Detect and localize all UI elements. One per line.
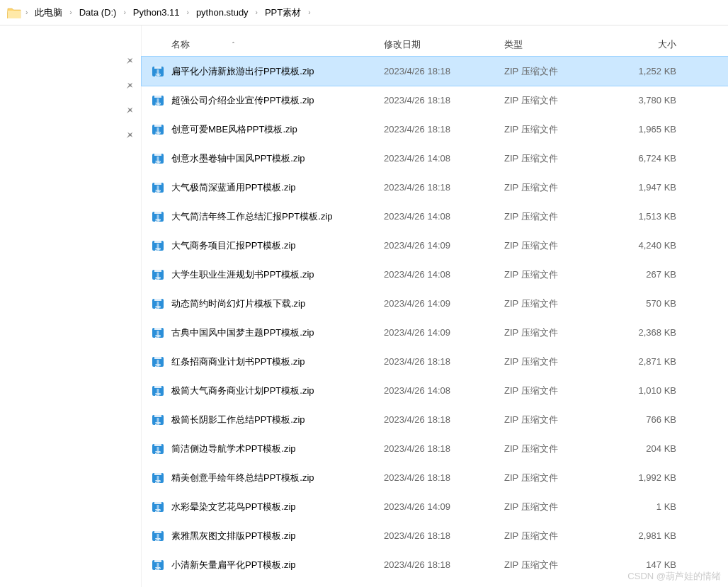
file-size: 1 KB xyxy=(610,501,685,512)
file-type: ZIP 压缩文件 xyxy=(504,210,610,223)
file-row[interactable]: ZIP古典中国风中国梦主题PPT模板.zip2023/4/26 14:09ZIP… xyxy=(142,318,728,347)
header-date[interactable]: 修改日期 xyxy=(384,38,504,51)
header-name[interactable]: 名称 ˆ xyxy=(171,38,384,51)
pin-icon[interactable] xyxy=(0,106,141,131)
file-size: 1,010 KB xyxy=(610,385,685,396)
file-row[interactable]: ZIP小清新矢量扁平化PPT模板.zip2023/4/26 18:18ZIP 压… xyxy=(142,550,728,579)
crumb-1[interactable]: Data (D:) xyxy=(76,6,120,19)
pin-icon[interactable] xyxy=(0,81,141,106)
zip-file-icon: ZIP xyxy=(152,355,164,368)
file-name: 超强公司介绍企业宣传PPT模板.zip xyxy=(171,94,384,107)
file-size: 6,724 KB xyxy=(610,153,685,164)
file-type: ZIP 压缩文件 xyxy=(504,559,610,571)
file-row[interactable]: ZIP红条招商商业计划书PPT模板.zip2023/4/26 18:18ZIP … xyxy=(142,347,728,376)
file-name: 大气极简深蓝通用PPT模板.zip xyxy=(171,181,384,194)
svg-text:ZIP: ZIP xyxy=(155,159,161,164)
file-date: 2023/4/26 18:18 xyxy=(384,559,504,570)
svg-text:ZIP: ZIP xyxy=(155,566,161,570)
file-row[interactable]: ZIP大气商务项目汇报PPT模板.zip2023/4/26 14:09ZIP 压… xyxy=(142,231,728,260)
file-row[interactable]: ZIP创意可爱MBE风格PPT模板.zip2023/4/26 18:18ZIP … xyxy=(142,115,728,144)
file-name: 红条招商商业计划书PPT模板.zip xyxy=(171,355,384,368)
file-date: 2023/4/26 18:18 xyxy=(384,472,504,483)
crumb-3[interactable]: python.study xyxy=(193,6,251,19)
file-type: ZIP 压缩文件 xyxy=(504,181,610,194)
chevron-right-icon[interactable]: › xyxy=(123,8,125,16)
file-type: ZIP 压缩文件 xyxy=(504,326,610,339)
zip-file-icon: ZIP xyxy=(152,268,164,281)
chevron-right-icon[interactable]: › xyxy=(308,8,310,16)
pin-icon[interactable] xyxy=(0,131,141,156)
file-row[interactable]: ZIP素雅黑灰图文排版PPT模板.zip2023/4/26 18:18ZIP 压… xyxy=(142,521,728,550)
file-row[interactable]: ZIP超强公司介绍企业宣传PPT模板.zip2023/4/26 18:18ZIP… xyxy=(142,86,728,115)
chevron-right-icon[interactable]: › xyxy=(187,8,189,16)
file-row[interactable]: ZIP大气极简深蓝通用PPT模板.zip2023/4/26 18:18ZIP 压… xyxy=(142,173,728,202)
file-name: 极简大气商务商业计划PPT模板.zip xyxy=(171,384,384,397)
file-name: 精美创意手绘年终总结PPT模板.zip xyxy=(171,472,384,484)
file-row[interactable]: ZIP扁平化小清新旅游出行PPT模板.zip2023/4/26 18:18ZIP… xyxy=(142,57,728,86)
zip-file-icon: ZIP xyxy=(152,472,164,484)
file-row[interactable]: ZIP动态简约时尚幻灯片模板下载.zip2023/4/26 14:09ZIP 压… xyxy=(142,289,728,318)
file-type: ZIP 压缩文件 xyxy=(504,239,610,252)
svg-text:ZIP: ZIP xyxy=(155,246,161,251)
breadcrumb[interactable]: › 此电脑 › Data (D:) › Python3.11 › python.… xyxy=(0,0,728,25)
file-date: 2023/4/26 18:18 xyxy=(384,124,504,135)
pin-icon[interactable] xyxy=(0,57,141,81)
sort-indicator-icon: ˆ xyxy=(232,41,234,48)
svg-text:ZIP: ZIP xyxy=(155,450,161,454)
file-date: 2023/4/26 14:09 xyxy=(384,327,504,338)
file-row[interactable]: ZIP极简大气商务商业计划PPT模板.zip2023/4/26 14:08ZIP… xyxy=(142,376,728,405)
file-size: 3,780 KB xyxy=(610,95,685,106)
svg-text:ZIP: ZIP xyxy=(155,304,161,309)
file-type: ZIP 压缩文件 xyxy=(504,94,610,107)
zip-file-icon: ZIP xyxy=(152,326,164,339)
header-size[interactable]: 大小 xyxy=(610,38,685,51)
file-type: ZIP 压缩文件 xyxy=(504,123,610,136)
chevron-right-icon[interactable]: › xyxy=(25,8,28,16)
file-type: ZIP 压缩文件 xyxy=(504,384,610,397)
file-date: 2023/4/26 18:18 xyxy=(384,95,504,106)
chevron-right-icon[interactable]: › xyxy=(69,8,72,16)
file-date: 2023/4/26 18:18 xyxy=(384,414,504,425)
file-name: 大学生职业生涯规划书PPT模板.zip xyxy=(171,268,384,281)
file-row[interactable]: ZIP水彩晕染文艺花鸟PPT模板.zip2023/4/26 14:09ZIP 压… xyxy=(142,492,728,521)
file-row[interactable]: ZIP大学生职业生涯规划书PPT模板.zip2023/4/26 14:08ZIP… xyxy=(142,260,728,289)
crumb-2[interactable]: Python3.11 xyxy=(130,6,183,19)
file-date: 2023/4/26 18:18 xyxy=(384,182,504,193)
chevron-right-icon[interactable]: › xyxy=(256,8,258,16)
zip-file-icon: ZIP xyxy=(152,210,164,223)
header-name-label: 名称 xyxy=(171,38,190,51)
file-type: ZIP 压缩文件 xyxy=(504,355,610,368)
header-type[interactable]: 类型 xyxy=(504,38,610,51)
file-date: 2023/4/26 14:09 xyxy=(384,298,504,309)
file-row[interactable]: ZIP创意水墨卷轴中国风PPT模板.zip2023/4/26 14:08ZIP … xyxy=(142,144,728,173)
file-size: 204 KB xyxy=(610,443,685,454)
zip-file-icon: ZIP xyxy=(152,94,164,107)
file-row[interactable]: ZIP大气简洁年终工作总结汇报PPT模板.zip2023/4/26 14:08Z… xyxy=(142,202,728,231)
zip-file-icon: ZIP xyxy=(152,123,164,136)
file-size: 570 KB xyxy=(610,298,685,309)
svg-text:ZIP: ZIP xyxy=(155,334,161,338)
file-date: 2023/4/26 14:08 xyxy=(384,269,504,280)
file-row[interactable]: ZIP简洁侧边导航学术PPT模板.zip2023/4/26 18:18ZIP 压… xyxy=(142,434,728,463)
crumb-0[interactable]: 此电脑 xyxy=(32,5,65,21)
svg-text:ZIP: ZIP xyxy=(155,188,161,193)
file-row[interactable]: ZIP精美创意手绘年终总结PPT模板.zip2023/4/26 18:18ZIP… xyxy=(142,463,728,492)
zip-file-icon: ZIP xyxy=(152,559,164,571)
file-size: 4,240 KB xyxy=(610,240,685,251)
svg-text:ZIP: ZIP xyxy=(155,421,161,425)
crumb-4[interactable]: PPT素材 xyxy=(262,5,304,21)
svg-text:ZIP: ZIP xyxy=(155,508,161,512)
file-type: ZIP 压缩文件 xyxy=(504,530,610,542)
file-date: 2023/4/26 18:18 xyxy=(384,530,504,541)
file-type: ZIP 压缩文件 xyxy=(504,152,610,165)
file-type: ZIP 压缩文件 xyxy=(504,268,610,281)
zip-file-icon: ZIP xyxy=(152,443,164,455)
sidebar xyxy=(0,25,142,587)
file-name: 素雅黑灰图文排版PPT模板.zip xyxy=(171,530,384,542)
file-name: 大气商务项目汇报PPT模板.zip xyxy=(171,239,384,252)
file-row[interactable]: ZIP极简长阴影工作总结PPT模板.zip2023/4/26 18:18ZIP … xyxy=(142,405,728,434)
file-size: 1,947 KB xyxy=(610,182,685,193)
zip-file-icon: ZIP xyxy=(152,152,164,165)
file-date: 2023/4/26 14:08 xyxy=(384,153,504,164)
svg-text:ZIP: ZIP xyxy=(155,537,161,541)
